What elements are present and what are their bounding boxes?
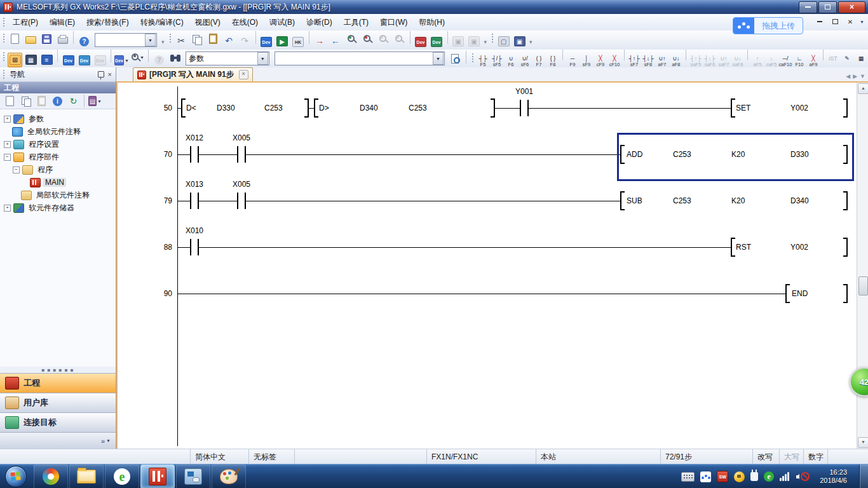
mdi-minimize-button[interactable] xyxy=(814,17,825,27)
taskbar-app-sogou[interactable] xyxy=(34,464,68,488)
verify-icon[interactable]: HK xyxy=(291,35,306,50)
ladder-key-F7[interactable]: ( )F7 xyxy=(532,54,546,68)
tree-expander-icon[interactable]: + xyxy=(4,116,11,123)
menu-item-6[interactable]: 调试(B) xyxy=(264,18,301,27)
paste-icon[interactable] xyxy=(206,31,220,46)
copy-icon[interactable] xyxy=(190,32,205,46)
tree-item-0[interactable]: +参数 xyxy=(0,112,116,125)
toolbar-grip[interactable] xyxy=(491,32,494,44)
program-list-icon[interactable]: ≡ xyxy=(39,53,54,67)
monitor-stop-icon[interactable] xyxy=(360,32,375,46)
help2-icon[interactable]: ? xyxy=(152,53,166,67)
browser-tray-icon[interactable]: e xyxy=(764,471,774,482)
taskbar-clock[interactable]: 16:23 2018/4/6 xyxy=(820,468,847,485)
menu-item-4[interactable]: 视图(V) xyxy=(189,18,226,27)
menu-overflow-icon[interactable]: ▼ xyxy=(860,20,864,24)
minimize-button[interactable] xyxy=(799,1,817,13)
window-cascade-icon[interactable]: ▣ xyxy=(467,34,482,49)
ladder-key-F8[interactable]: { }F8 xyxy=(546,54,560,68)
baidu-netdisk-icon[interactable] xyxy=(700,471,711,482)
new-document-icon[interactable] xyxy=(8,32,22,46)
data-combo[interactable]: 参数▼ xyxy=(186,51,269,65)
tree-item-1[interactable]: 全局软元件注释 xyxy=(0,125,116,138)
toolbar-grip[interactable] xyxy=(2,51,5,62)
toolbar-grip[interactable] xyxy=(2,32,5,44)
zoom-icon[interactable]: ▼ xyxy=(130,50,145,65)
combo-arrow-icon[interactable]: ▼ xyxy=(145,34,156,46)
mdi-close-button[interactable]: ✕ xyxy=(844,17,856,27)
tab-list-icon[interactable]: ▼ xyxy=(860,73,865,79)
taskbar-app-browser[interactable]: e xyxy=(105,464,139,488)
tree-item-7[interactable]: +软元件存储器 xyxy=(0,201,116,214)
solidworks-icon[interactable]: SW xyxy=(717,471,728,482)
taskbar-app-paint[interactable] xyxy=(212,464,246,488)
tab-scroll-right-icon[interactable]: ▶ xyxy=(853,73,857,79)
save-icon[interactable] xyxy=(39,32,54,46)
tree-expander-icon[interactable]: + xyxy=(4,141,11,148)
toolbar-grip[interactable] xyxy=(168,32,172,44)
toolbar-overflow-icon[interactable]: ▾ xyxy=(484,39,487,46)
device-comment-icon[interactable]: Dev xyxy=(61,53,76,68)
project-combo[interactable]: ▼ xyxy=(95,33,157,47)
tree-item-4[interactable]: −程序 xyxy=(0,163,116,176)
scrollbar-thumb[interactable] xyxy=(858,276,868,295)
navigation-toggle-icon[interactable]: ⊞ xyxy=(8,53,22,67)
menu-item-0[interactable]: 工程(P) xyxy=(7,18,44,27)
tab-close-icon[interactable]: × xyxy=(239,70,248,79)
combo-arrow-icon[interactable]: ▼ xyxy=(433,52,444,65)
undo-icon[interactable]: ↶ xyxy=(222,33,236,48)
tree-expander-icon[interactable]: − xyxy=(13,166,20,173)
ladder-key-F5[interactable]: ┤├F5 xyxy=(476,54,490,68)
ladder-key-aF7[interactable]: ∪↑aF7 xyxy=(655,54,669,68)
ladder-key-sF7[interactable]: ┤↑├sF7 xyxy=(627,54,641,68)
taskbar-app-explorer[interactable] xyxy=(69,464,104,488)
scroll-down-icon[interactable]: ▼ xyxy=(858,437,868,448)
open-icon[interactable] xyxy=(24,32,38,46)
menu-item-5[interactable]: 在线(O) xyxy=(226,18,264,27)
ladder-key-caF5[interactable]: ↓caF5 xyxy=(764,54,778,68)
ladder-key-sF8[interactable]: ┤↓├sF8 xyxy=(641,54,655,68)
show-desktop-button[interactable] xyxy=(859,464,868,488)
toolbar-grip[interactable] xyxy=(471,52,474,64)
ladder-key-caF10[interactable]: ─/caF10 xyxy=(778,54,792,68)
device-display-green-icon[interactable]: Dev xyxy=(430,35,444,50)
network-signal-icon[interactable] xyxy=(780,472,790,481)
device-display-icon[interactable]: Dev▼ xyxy=(114,53,129,68)
ladder-key-F9[interactable]: ─F9 xyxy=(566,54,580,68)
monitor-start-icon[interactable] xyxy=(344,32,359,46)
redo-icon[interactable]: ↷ xyxy=(238,33,252,48)
find-icon[interactable] xyxy=(168,50,182,65)
ladder-key-aF8[interactable]: ∪↓aF8 xyxy=(669,54,683,68)
tree-item-6[interactable]: 局部软元件注释 xyxy=(0,189,116,201)
taskbar-app-control-panel[interactable] xyxy=(176,464,210,488)
maximize-button[interactable] xyxy=(818,1,837,13)
ladder-key-aF5[interactable]: ↑aF5 xyxy=(750,54,764,68)
new-data-icon[interactable] xyxy=(3,94,17,109)
monitor-resume-icon[interactable] xyxy=(392,32,407,46)
tab-main-program[interactable]: [PRG]R 写入 MAIN 91步 × xyxy=(133,67,253,81)
print-icon[interactable] xyxy=(55,32,70,46)
menu-item-2[interactable]: 搜索/替换(F) xyxy=(81,18,135,27)
sort-icon[interactable]: ▤▼ xyxy=(88,94,102,109)
taskbar-app-gxworks2[interactable] xyxy=(140,464,175,488)
security-lock-icon[interactable] xyxy=(734,471,745,482)
cut-icon[interactable]: ✂ xyxy=(174,33,189,48)
scroll-up-icon[interactable]: ▲ xyxy=(858,83,868,94)
menu-item-8[interactable]: 工具(T) xyxy=(338,18,374,27)
ladder-key-F10[interactable]: ∟F10 xyxy=(792,54,806,68)
menu-item-1[interactable]: 编辑(E) xyxy=(44,18,81,27)
ladder-key-sF9[interactable]: │sF9 xyxy=(580,54,593,68)
netdisk-upload-button[interactable]: 拖拽上传 xyxy=(733,17,803,34)
ladder-key-saF5[interactable]: ┤↑├saF5 xyxy=(689,54,703,68)
ladder-key-✎[interactable]: ✎ xyxy=(840,51,854,67)
ladder-editor[interactable]: 50Y001D<D330C253D>D340C253SETY00270X012X… xyxy=(116,83,868,449)
ladder-key-sF6[interactable]: ∪/sF6 xyxy=(518,54,532,68)
nav-close-icon[interactable]: × xyxy=(108,71,112,78)
nav-splitter[interactable]: ■ ■ ■ ■ ■ ■ xyxy=(0,367,116,373)
write-to-plc-icon[interactable]: Dev xyxy=(259,35,274,50)
remote-operation-icon[interactable]: ▣ xyxy=(512,34,527,49)
ladder-key-iST[interactable]: iST xyxy=(826,51,840,67)
copy-data-icon[interactable] xyxy=(18,94,33,109)
write-transfer-icon[interactable]: ← xyxy=(329,33,343,48)
tree-item-main[interactable]: MAIN xyxy=(0,176,116,189)
